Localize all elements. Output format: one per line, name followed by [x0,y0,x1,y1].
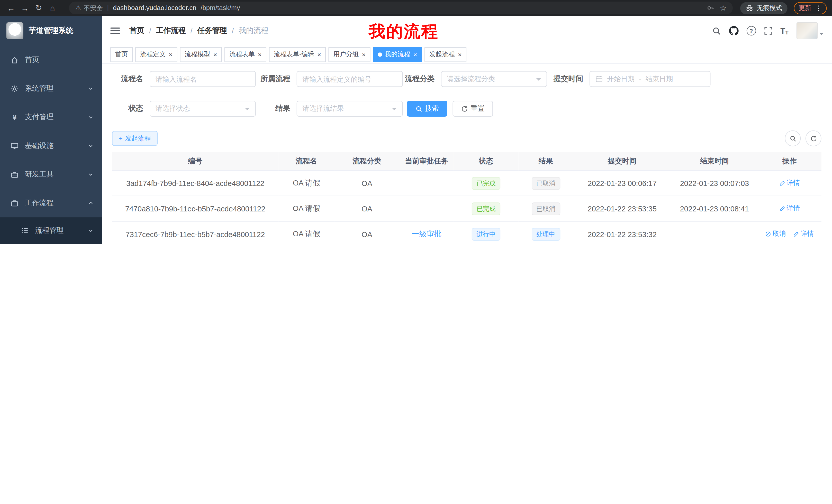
submit-time-range-picker[interactable]: 开始日期 - 结束日期 [590,71,711,87]
status-badge: 进行中 [472,228,500,241]
table-header-row: 编号 流程名 流程分类 当前审批任务 状态 结果 提交时间 结束时间 操作 [112,152,821,170]
cell-actions: 取消 详情 [758,221,822,244]
table-toolbar: + 发起流程 [112,131,821,146]
process-def-label: 所属流程 [256,74,297,84]
caret-down-icon [820,33,824,37]
sidebar-toggle-icon[interactable] [110,27,120,34]
not-secure-warning[interactable]: ⚠ 不安全 [75,3,103,12]
table-body: 3ad174fb-7b9d-11ec-8404-acde48001122 OA … [112,171,821,244]
sidebar-item-infrastructure[interactable]: 基础设施 [0,132,102,160]
cell-process-name: OA 请假 [279,171,334,196]
tab-initiate-process[interactable]: 发起流程× [424,47,466,62]
help-icon[interactable]: ? [746,26,756,35]
result-badge: 已取消 [531,177,560,190]
breadcrumb-home[interactable]: 首页 [130,26,145,35]
cell-status: 已完成 [454,196,519,221]
result-select[interactable]: 请选择流结果 [297,101,403,117]
close-icon[interactable]: × [458,51,462,58]
address-bar[interactable]: ⚠ 不安全 | dashboard.yudao.iocoder.cn/bpm/t… [69,2,733,15]
browser-reload-icon[interactable]: ↻ [33,2,45,13]
select-caret-icon [392,107,397,113]
result-badge: 已取消 [531,202,560,215]
bookmark-star-icon[interactable]: ☆ [720,4,726,12]
close-icon[interactable]: × [169,51,172,58]
status-badge: 已完成 [472,202,500,215]
font-size-icon[interactable]: TT [780,26,788,35]
detail-link[interactable]: 详情 [779,179,800,188]
tab-process-form[interactable]: 流程表单× [225,47,266,62]
app-logo[interactable]: 芋道管理系统 [0,16,102,46]
status-label: 状态 [112,104,150,114]
home-icon [10,56,19,64]
browser-menu-kebab-icon[interactable]: ⋮ [815,4,822,12]
close-icon[interactable]: × [258,51,261,58]
content: 流程名 所属流程 流程分类 请选择流程分类 [102,64,832,244]
cell-result: 已取消 [518,171,573,196]
status-select[interactable]: 请选择状态 [150,101,256,117]
close-icon[interactable]: × [362,51,366,58]
cell-status: 已完成 [454,171,519,196]
select-caret-icon [244,107,250,113]
tab-my-process-active[interactable]: 我的流程× [373,47,422,62]
user-menu[interactable] [797,22,824,39]
close-icon[interactable]: × [317,51,321,58]
browser-home-icon[interactable]: ⌂ [47,2,58,13]
sidebar-item-system[interactable]: 系统管理 [0,74,102,103]
tab-process-form-edit[interactable]: 流程表单-编辑× [269,47,326,62]
close-icon[interactable]: × [413,51,417,58]
page-header: 首页 / 工作流程 / 任务管理 / 我的流程 我的流程 ? TT [102,16,832,46]
close-icon[interactable]: × [213,51,217,58]
breadcrumb: 首页 / 工作流程 / 任务管理 / 我的流程 [130,26,268,35]
toggle-search-button[interactable] [785,131,801,146]
cancel-link[interactable]: 取消 [765,230,786,239]
chevron-up-icon [88,200,94,206]
table-row: 3ad174fb-7b9d-11ec-8404-acde48001122 OA … [112,171,821,196]
process-name-label: 流程名 [112,74,150,84]
sidebar-item-task-management[interactable]: 任务管理 [0,244,102,244]
search-icon[interactable] [712,26,721,35]
detail-link[interactable]: 详情 [793,230,814,239]
tab-process-definition[interactable]: 流程定义× [135,47,177,62]
detail-link[interactable]: 详情 [779,204,800,213]
col-process-name: 流程名 [279,152,334,170]
cell-process-name: OA 请假 [279,196,334,221]
sidebar-item-home[interactable]: 首页 [0,46,102,74]
cell-current-task [399,196,454,221]
refresh-table-button[interactable] [806,131,822,146]
tab-home[interactable]: 首页 [110,47,133,62]
page-title-annotation: 我的流程 [369,21,439,43]
key-icon[interactable] [707,4,714,12]
cell-category: OA [334,221,399,244]
github-icon[interactable] [729,26,738,35]
filter-row-1: 流程名 所属流程 流程分类 请选择流程分类 [112,71,821,87]
search-button[interactable]: 搜索 [407,101,447,117]
reset-button[interactable]: 重置 [452,101,493,117]
cell-current-task: 一级审批 [399,221,454,244]
cell-process-name: OA 请假 [279,221,334,244]
col-submit-time: 提交时间 [573,152,671,170]
avatar[interactable] [797,22,818,39]
browser-update-button[interactable]: 更新 ⋮ [794,2,827,14]
category-select[interactable]: 请选择流程分类 [441,71,547,87]
process-def-input[interactable] [297,71,403,87]
breadcrumb-current: 我的流程 [239,26,268,35]
initiate-process-button[interactable]: + 发起流程 [112,131,158,146]
refresh-icon [810,135,817,142]
browser-forward-icon[interactable]: → [19,2,31,13]
sidebar-item-workflow[interactable]: 工作流程 [0,189,102,217]
submit-time-label: 提交时间 [547,74,590,84]
cell-actions: 详情 [758,196,822,221]
sidebar-item-dev-tools[interactable]: 研发工具 [0,160,102,189]
result-label: 结果 [256,104,297,114]
fullscreen-icon[interactable] [764,26,772,35]
breadcrumb-task-management[interactable]: 任务管理 [197,26,227,35]
tab-user-group[interactable]: 用户分组× [329,47,370,62]
sidebar-item-payment[interactable]: ¥ 支付管理 [0,103,102,131]
tab-process-model[interactable]: 流程模型× [180,47,222,62]
process-name-input[interactable] [150,71,256,87]
current-task-link[interactable]: 一级审批 [412,229,442,239]
breadcrumb-workflow[interactable]: 工作流程 [156,26,186,35]
sidebar-item-process-management[interactable]: 流程管理 [0,217,102,244]
browser-back-icon[interactable]: ← [5,2,17,13]
yen-icon: ¥ [10,113,19,121]
